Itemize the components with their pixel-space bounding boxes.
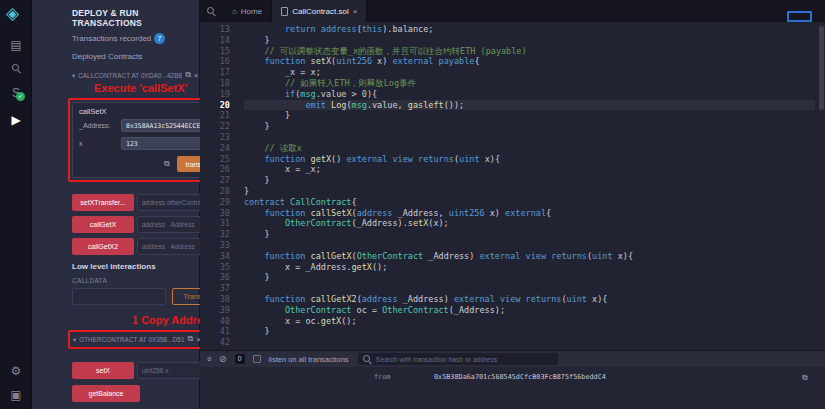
calldata-input[interactable] [72, 288, 166, 305]
close-icon[interactable]: × [194, 71, 199, 80]
copy-icon[interactable]: ⧉ [188, 334, 194, 344]
remix-logo-icon[interactable]: ◈ [6, 3, 19, 24]
callgetx-button[interactable]: callGetX [72, 216, 134, 233]
low-level-interactions-label: Low level interactions [72, 262, 156, 271]
deploy-run-icon[interactable]: ▶ [8, 113, 24, 127]
tab-callcontract-label: CallContract.sol [292, 7, 348, 16]
x-field-label: x [79, 140, 83, 147]
from-address-value: 0x5B38Da6a701c568545dCfcB03FcB875f56bedd… [434, 373, 606, 381]
file-icon [281, 7, 288, 16]
terminal-search [358, 353, 558, 365]
callgetx2-button[interactable]: callGetX2 [72, 238, 134, 255]
callcontract-instance-label: CALLCONTRACT AT 0XDA0...42B8 [78, 72, 182, 79]
pending-count-badge: 0 [235, 354, 245, 364]
close-icon[interactable]: × [353, 7, 358, 16]
editor-tabbar: ⌂ Home CallContract.sol × [200, 0, 825, 22]
clear-console-icon[interactable]: ⊘ [219, 354, 227, 364]
setx-button[interactable]: setX [72, 362, 134, 379]
address-field-label: _Address: [79, 122, 111, 129]
editor-viewport-indicator[interactable] [787, 11, 812, 22]
copy-icon[interactable]: ⧉ [185, 70, 191, 80]
magnifier-glyph [12, 64, 21, 73]
plugin-manager-icon[interactable]: ▣ [8, 388, 24, 402]
terminal-toolbar: « ⊘ 0 listen on all transactions [200, 351, 825, 367]
home-icon: ⌂ [232, 7, 237, 16]
compile-success-badge: ✓ [16, 92, 25, 101]
code-editor[interactable]: 1314151617181920212223242526272829303132… [200, 22, 825, 350]
code-lines: return address(this).balance; } // 可以调整状… [244, 24, 815, 348]
calldata-label: CALLDATA [72, 277, 107, 284]
transactions-count-badge: 7 [154, 33, 165, 44]
chevron-down-icon: ▾ [73, 336, 76, 343]
remix-app: ◈ ▤ S✓ ▶ ⚙ ▣ DEPLOY & RUN TRANSACTIONS ▤… [0, 0, 825, 409]
listen-all-checkbox[interactable] [253, 355, 261, 363]
getbalance-button[interactable]: getBalance [72, 385, 140, 402]
chevron-down-icon: ▾ [72, 72, 75, 79]
tab-home[interactable]: ⌂ Home [223, 0, 272, 22]
setxtransfer-button[interactable]: setXTransfer... [72, 194, 134, 211]
search-icon [363, 355, 372, 364]
callsetx-form-title: callSetX [79, 107, 107, 116]
transactions-recorded-label: Transactions recorded [72, 34, 151, 43]
othercontract-instance-header[interactable]: ▾ OTHERCONTRACT AT 0X358...D51 ⧉ × [73, 334, 221, 344]
copy-icon[interactable]: ⧉ [164, 159, 170, 169]
solidity-compiler-icon[interactable]: S✓ [8, 86, 24, 100]
copy-icon[interactable]: ⧉ [802, 373, 808, 383]
editor-scrollbar[interactable] [819, 26, 824, 110]
tab-home-label: Home [241, 7, 262, 16]
deployed-contracts-label: Deployed Contracts [72, 52, 142, 61]
terminal-search-input[interactable] [376, 356, 553, 363]
deploy-run-panel: DEPLOY & RUN TRANSACTIONS ▤ Transactions… [32, 0, 200, 409]
tab-callcontract-sol[interactable]: CallContract.sol × [272, 0, 367, 22]
editor-search-icon[interactable] [207, 2, 216, 20]
magnifier-glyph [207, 7, 216, 16]
search-icon[interactable] [8, 62, 24, 76]
terminal-expand-icon[interactable]: « [204, 356, 214, 361]
othercontract-instance-label: OTHERCONTRACT AT 0X358...D51 [79, 336, 184, 343]
terminal-log-row: from 0x5B38Da6a701c568545dCfcB03FcB875f5… [200, 373, 825, 387]
editor-gutter: 1314151617181920212223242526272829303132… [200, 24, 240, 348]
listen-all-label: listen on all transactions [269, 355, 349, 364]
annotation-execute-callsetx: Execute 'callSetX' [94, 82, 187, 94]
activity-bar: ◈ ▤ S✓ ▶ ⚙ ▣ [0, 0, 32, 409]
file-explorer-icon[interactable]: ▤ [8, 38, 24, 52]
from-label: from [374, 373, 390, 381]
panel-title: DEPLOY & RUN TRANSACTIONS [72, 8, 199, 28]
settings-icon[interactable]: ⚙ [8, 364, 24, 378]
terminal: « ⊘ 0 listen on all transactions from 0x… [200, 350, 825, 409]
